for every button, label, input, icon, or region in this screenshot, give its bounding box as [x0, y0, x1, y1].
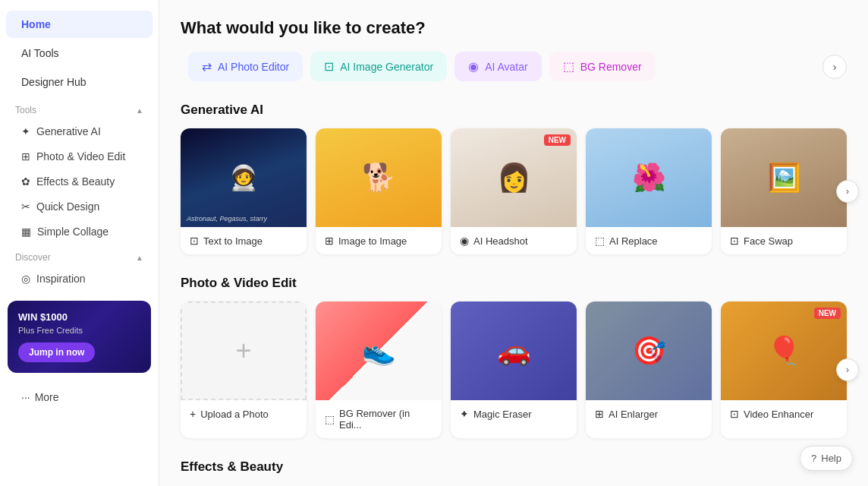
- promo-subtext: Plus Free Credits: [18, 326, 140, 335]
- card-ai-replace[interactable]: 🌺 ⬚ AI Replace: [586, 128, 712, 254]
- card-image-ai-headshot: 👩 NEW: [451, 128, 577, 227]
- sidebar-item-designer-hub[interactable]: Designer Hub: [6, 68, 153, 96]
- new-badge: NEW: [544, 134, 571, 146]
- card-image-text-to-image: 🧑‍🚀Astronaut, Pegasus, starry: [181, 128, 307, 227]
- card-ai-headshot[interactable]: 👩 NEW ◉ AI Headshot: [451, 128, 577, 254]
- photo-video-next-arrow[interactable]: ›: [836, 358, 859, 381]
- card-icon-video-enhancer: ⊡: [730, 408, 739, 420]
- card-icon-ai-enlarger: ⊞: [595, 408, 604, 420]
- sidebar: HomeAI ToolsDesigner Hub Tools ▲ ✦Genera…: [0, 0, 159, 486]
- simple-collage-icon: ▦: [21, 226, 31, 238]
- help-label: Help: [821, 453, 841, 464]
- card-icon-magic-eraser: ✦: [460, 408, 469, 420]
- more-button[interactable]: ··· More: [6, 383, 153, 411]
- card-icon-ai-headshot: ◉: [460, 235, 469, 247]
- card-ai-enlarger[interactable]: 🎯 ⊞ AI Enlarger: [586, 301, 712, 438]
- card-label-ai-enlarger: ⊞ AI Enlarger: [586, 400, 712, 428]
- discover-chevron-icon: ▲: [136, 254, 143, 262]
- photo-video-cards: + + Upload a Photo 👟 ⬚ BG Remover (in Ed…: [181, 301, 847, 438]
- card-label-magic-eraser: ✦ Magic Eraser: [451, 400, 577, 428]
- card-face-swap[interactable]: 🖼️ ⊡ Face Swap: [721, 128, 847, 254]
- card-image-image-to-image: 🐕: [316, 128, 442, 227]
- card-image-magic-eraser: 🚗: [451, 301, 577, 400]
- card-icon-upload-photo: +: [190, 408, 196, 420]
- effects-beauty-icon: ✿: [21, 175, 30, 188]
- photo-video-edit-icon: ⊞: [21, 150, 30, 163]
- effects-beauty-section-title: Effects & Beauty: [181, 459, 847, 475]
- card-image-video-enhancer: 🎈 NEW: [721, 301, 847, 400]
- tools-chevron-icon: ▲: [136, 106, 143, 115]
- main-content: What would you like to create? ⇄AI Photo…: [159, 0, 868, 486]
- photo-video-section-title: Photo & Video Edit: [181, 276, 847, 291]
- discover-section-label: Discover ▲: [0, 245, 159, 266]
- card-label-ai-replace: ⬚ AI Replace: [586, 227, 712, 254]
- card-bg-remover-edit[interactable]: 👟 ⬚ BG Remover (in Edi...: [316, 301, 442, 438]
- promo-headline: WIN $1000: [18, 311, 140, 324]
- help-button[interactable]: ? Help: [800, 446, 853, 471]
- card-icon-face-swap: ⊡: [730, 235, 739, 247]
- bg-remover-icon: ⬚: [563, 59, 574, 74]
- card-icon-text-to-image: ⊡: [190, 235, 199, 247]
- quick-item-bg-remover[interactable]: ⬚BG Remover: [549, 52, 656, 81]
- quick-design-icon: ✂: [21, 200, 30, 213]
- sidebar-discover-inspiration[interactable]: ◎Inspiration: [6, 267, 153, 291]
- generative-ai-section-title: Generative AI: [181, 103, 847, 118]
- card-image-bg-remover-edit: 👟: [316, 301, 442, 400]
- card-magic-eraser[interactable]: 🚗 ✦ Magic Eraser: [451, 301, 577, 438]
- card-image-face-swap: 🖼️: [721, 128, 847, 227]
- card-text-to-image[interactable]: 🧑‍🚀Astronaut, Pegasus, starry ⊡ Text to …: [181, 128, 307, 254]
- quick-item-ai-avatar[interactable]: ◉AI Avatar: [454, 52, 542, 81]
- sidebar-tool-simple-collage[interactable]: ▦Simple Collage: [6, 219, 153, 244]
- card-image-upload-photo: +: [181, 301, 307, 400]
- tools-section-label: Tools ▲: [0, 97, 159, 118]
- card-label-image-to-image: ⊞ Image to Image: [316, 227, 442, 254]
- sidebar-tool-generative-ai[interactable]: ✦Generative AI: [6, 119, 153, 144]
- sidebar-item-ai-tools[interactable]: AI Tools: [6, 39, 153, 67]
- card-upload-photo[interactable]: + + Upload a Photo: [181, 301, 307, 438]
- ai-avatar-icon: ◉: [468, 59, 479, 74]
- quick-bar: ⇄AI Photo Editor⊡AI Image Generator◉AI A…: [181, 52, 847, 81]
- quick-bar-arrow[interactable]: ›: [822, 55, 847, 79]
- generative-ai-cards: 🧑‍🚀Astronaut, Pegasus, starry ⊡ Text to …: [181, 128, 847, 254]
- card-label-ai-headshot: ◉ AI Headshot: [451, 227, 577, 254]
- sidebar-tool-effects-beauty[interactable]: ✿Effects & Beauty: [6, 169, 153, 194]
- card-image-ai-replace: 🌺: [586, 128, 712, 227]
- card-label-text-to-image: ⊡ Text to Image: [181, 227, 307, 254]
- promo-button[interactable]: Jump in now: [18, 342, 95, 362]
- inspiration-icon: ◎: [21, 273, 30, 285]
- card-video-enhancer[interactable]: 🎈 NEW ⊡ Video Enhancer: [721, 301, 847, 438]
- card-icon-bg-remover-edit: ⬚: [325, 413, 335, 425]
- card-image-ai-enlarger: 🎯: [586, 301, 712, 400]
- card-label-video-enhancer: ⊡ Video Enhancer: [721, 400, 847, 428]
- generative-ai-icon: ✦: [21, 125, 30, 137]
- more-dots-icon: ···: [21, 391, 30, 403]
- card-label-bg-remover-edit: ⬚ BG Remover (in Edi...: [316, 400, 442, 438]
- card-label-face-swap: ⊡ Face Swap: [721, 227, 847, 254]
- card-image-to-image[interactable]: 🐕 ⊞ Image to Image: [316, 128, 442, 254]
- promo-banner: WIN $1000 Plus Free Credits Jump in now: [8, 301, 151, 373]
- sidebar-tool-quick-design[interactable]: ✂Quick Design: [6, 194, 153, 219]
- ai-image-generator-icon: ⊡: [324, 59, 334, 74]
- new-badge: NEW: [814, 308, 841, 319]
- sidebar-tool-photo-video-edit[interactable]: ⊞Photo & Video Edit: [6, 144, 153, 169]
- card-label-upload-photo: + Upload a Photo: [181, 400, 307, 428]
- help-icon: ?: [811, 453, 816, 464]
- quick-item-ai-photo-editor[interactable]: ⇄AI Photo Editor: [188, 52, 303, 81]
- sidebar-item-home[interactable]: Home: [6, 11, 153, 38]
- ai-photo-editor-icon: ⇄: [202, 59, 212, 74]
- page-title: What would you like to create?: [181, 18, 847, 38]
- card-icon-image-to-image: ⊞: [325, 235, 334, 247]
- quick-item-ai-image-generator[interactable]: ⊡AI Image Generator: [310, 52, 447, 81]
- generative-ai-next-arrow[interactable]: ›: [836, 180, 859, 203]
- card-icon-ai-replace: ⬚: [595, 235, 605, 247]
